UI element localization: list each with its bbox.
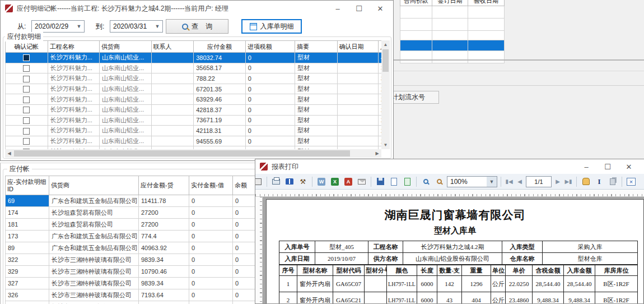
page-input[interactable]: 1/1 bbox=[526, 176, 552, 187]
confirm-checkbox[interactable] bbox=[23, 54, 30, 61]
export-excel-icon[interactable]: X bbox=[329, 176, 340, 187]
export-word-icon[interactable]: W bbox=[316, 176, 327, 187]
table-row[interactable]: 173 广东合和建筑五金制品有限公司 774.4 0 0 bbox=[6, 231, 264, 242]
report-logo-icon bbox=[260, 163, 268, 171]
preview-area[interactable]: 湖南巨晟门窗幕墙有限公司 型材入库单 入库单号 型材_405 工程名称 长沙万科… bbox=[255, 197, 644, 304]
scroll-right-icon[interactable]: ▶ bbox=[373, 149, 381, 158]
table-row[interactable]: 174 长沙坦森贸易有限公司 27200 0 0 bbox=[6, 207, 264, 219]
table-row[interactable] bbox=[400, 51, 505, 63]
table-row[interactable]: 329 长沙市三湘特种玻璃有限公司 10790.46 0 0 bbox=[6, 266, 264, 278]
col-payable-credit: 应付金额-贷 bbox=[139, 176, 189, 195]
zoom-in-icon[interactable] bbox=[420, 176, 431, 187]
save-icon[interactable] bbox=[375, 176, 386, 187]
prev-page-icon[interactable]: ◀ bbox=[516, 176, 524, 187]
maximize-button[interactable]: ☐ bbox=[348, 1, 370, 16]
text-select-icon[interactable]: I bbox=[594, 176, 605, 187]
first-page-icon[interactable]: ▮◀ bbox=[505, 176, 514, 187]
table-row[interactable]: 327 长沙市三湘特种玻璃有限公司 9839.34 0 0 bbox=[6, 278, 264, 289]
table-row[interactable]: 326 长沙市三湘特种玻璃有限公司 7193.64 0 0 bbox=[6, 289, 264, 301]
last-page-icon[interactable]: ▶▮ bbox=[564, 176, 573, 187]
copy-icon[interactable] bbox=[607, 176, 618, 187]
confirm-checkbox[interactable] bbox=[23, 76, 30, 82]
inbound-detail-button[interactable]: 入库单明细 bbox=[241, 19, 302, 34]
vscroll-thumb[interactable] bbox=[382, 49, 389, 72]
scroll-down-icon[interactable]: ▼ bbox=[381, 141, 390, 149]
report-toolbar: ⚒ W X A 100% ▼ ▮◀ ◀ 1/1 ▶ ▶▮ I × bbox=[255, 174, 644, 190]
confirm-checkbox[interactable] bbox=[23, 117, 30, 124]
scroll-up-icon[interactable]: ▲ bbox=[381, 40, 390, 49]
query-button-label: 查 询 bbox=[192, 22, 212, 31]
to-date-combo[interactable]: 2020/03/31 ▼ bbox=[110, 20, 163, 33]
table-row[interactable]: 长沙万科魅力... 山东南山铝业... 788.22 0 型材 358 bbox=[6, 73, 382, 84]
export-html-icon[interactable] bbox=[402, 176, 413, 187]
next-page-icon[interactable]: ▶ bbox=[554, 176, 562, 187]
hscroll-thumb[interactable] bbox=[14, 150, 350, 156]
inbound-sheet-icon bbox=[250, 23, 257, 30]
minimize-button[interactable]: – bbox=[576, 159, 597, 174]
grid-hscrollbar[interactable]: ◀ ▶ bbox=[5, 149, 381, 158]
from-date-combo[interactable]: 2020/02/29 ▼ bbox=[31, 20, 85, 33]
table-row[interactable] bbox=[400, 19, 505, 31]
export-mail-icon[interactable] bbox=[356, 176, 367, 187]
col-payable-amount: 应付金额 bbox=[194, 41, 245, 53]
col-seq: 序号 bbox=[279, 265, 297, 276]
table-row[interactable] bbox=[400, 6, 505, 19]
report-print-window: 报表打印 – ☐ ✕ ⚒ W X A 100% ▼ ▮◀ ◀ 1/1 bbox=[255, 159, 644, 304]
grid-vscrollbar[interactable]: ▲ ▼ bbox=[381, 40, 390, 149]
page-value: 1/1 bbox=[534, 178, 543, 185]
value-inbound-type: 采购入库 bbox=[543, 241, 638, 253]
close-preview-icon[interactable]: × bbox=[626, 176, 637, 187]
table-row[interactable]: 322 长沙市三湘特种玻璃有限公司 9839.34 0 0 bbox=[6, 254, 264, 266]
chevron-down-icon[interactable]: ▼ bbox=[74, 24, 84, 29]
confirm-checkbox[interactable] bbox=[23, 138, 30, 145]
confirm-checkbox[interactable] bbox=[23, 107, 30, 113]
table-row[interactable]: 长沙万科魅力... 山东南山铝业... 73671.19 0 型材 266 bbox=[6, 115, 382, 126]
confirm-checkbox[interactable] bbox=[23, 96, 30, 103]
query-button[interactable]: 查 询 bbox=[166, 19, 228, 34]
col-weight: 重量 bbox=[462, 265, 491, 276]
design-icon[interactable] bbox=[255, 176, 263, 187]
label-receipt-no: 入库单号 bbox=[279, 241, 315, 253]
table-row[interactable]: 长沙万科魅力... 山东南山铝业... 94555.69 0 型材 251 bbox=[6, 136, 382, 146]
zoom-select[interactable]: 100% ▼ bbox=[447, 176, 497, 187]
print-icon[interactable] bbox=[270, 176, 282, 187]
confirm-checkbox[interactable] bbox=[23, 86, 30, 93]
chevron-down-icon[interactable]: ▼ bbox=[152, 24, 162, 29]
table-row[interactable]: 长沙万科魅力... 山东南山铝业... 42118.31 0 型材 265 bbox=[6, 126, 382, 136]
close-button[interactable]: ✕ bbox=[370, 1, 391, 16]
report-titlebar[interactable]: 报表打印 – ☐ ✕ bbox=[255, 159, 644, 174]
confirm-checkbox[interactable] bbox=[23, 65, 30, 72]
zoom-out-icon[interactable] bbox=[433, 176, 445, 187]
value-receipt-no: 型材_405 bbox=[315, 241, 368, 253]
close-button[interactable]: ✕ bbox=[618, 159, 640, 174]
confirm-checkbox[interactable] bbox=[23, 128, 30, 135]
table-row[interactable]: 长沙万科魅力... 山东南山铝业... 67201.35 0 型材 283 bbox=[6, 84, 382, 94]
col-tax-amount: 含税金额 bbox=[533, 265, 564, 276]
table-row-selected[interactable] bbox=[400, 40, 505, 51]
settings-icon[interactable]: ⚒ bbox=[297, 176, 309, 187]
search-icon bbox=[182, 24, 188, 30]
table-row[interactable]: 长沙市三湘特种玻璃有限公司 bbox=[6, 301, 264, 304]
col-summary: 摘要 bbox=[295, 41, 337, 53]
maximize-button[interactable]: ☐ bbox=[597, 159, 618, 174]
col-input-tax: 进项税额 bbox=[245, 41, 295, 53]
table-row[interactable]: 69 广东合和建筑五金制品有限公司 11411.78 0 0 bbox=[6, 195, 264, 207]
table-row[interactable]: 89 广东合和建筑五金制品有限公司 40963.92 0 0 bbox=[6, 242, 264, 254]
hand-tool-icon[interactable] bbox=[580, 176, 591, 187]
table-row[interactable]: 181 长沙坦森贸易有限公司 27200 0 0 bbox=[6, 219, 264, 231]
book-icon[interactable] bbox=[284, 176, 295, 187]
chevron-down-icon[interactable]: ▼ bbox=[487, 177, 497, 187]
table-row[interactable]: 长沙万科魅力... 山东南山铝业... 35658.17 0 型材 376 bbox=[6, 63, 382, 73]
label-inbound-type: 入库类型 bbox=[502, 241, 543, 253]
report-window-title: 报表打印 bbox=[272, 162, 298, 172]
titlebar[interactable]: 应付明细记帐------当前工程: 长沙万科魅力之城4.2期------当前用户… bbox=[1, 1, 393, 16]
export-pdf-icon[interactable]: A bbox=[343, 176, 354, 187]
minimize-button[interactable]: – bbox=[327, 1, 348, 16]
scroll-left-icon[interactable]: ◀ bbox=[5, 149, 13, 158]
table-row[interactable]: 长沙万科魅力... 山东南山铝业... 63929.46 0 型材 276 bbox=[6, 94, 382, 105]
table-row[interactable]: 长沙万科魅力... 山东南山铝业... 38032.74 0 型材 405 bbox=[6, 53, 382, 63]
col-paid-debit: 实付金额-借 bbox=[189, 176, 233, 195]
table-row[interactable]: 长沙万科魅力... 山东南山铝业... 42818.37 0 型材 275 bbox=[6, 104, 382, 115]
page-setup-icon[interactable] bbox=[388, 176, 399, 187]
table-row[interactable] bbox=[400, 31, 505, 40]
